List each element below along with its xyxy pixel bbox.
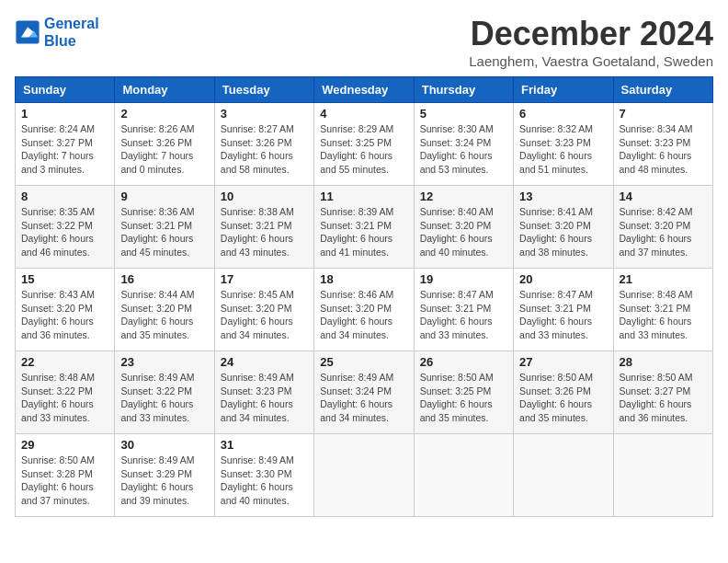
day-detail: Sunrise: 8:49 AMSunset: 3:23 PMDaylight:… <box>221 371 308 425</box>
week-row-4: 22 Sunrise: 8:48 AMSunset: 3:22 PMDaylig… <box>16 351 713 434</box>
day-detail: Sunrise: 8:43 AMSunset: 3:20 PMDaylight:… <box>21 288 108 342</box>
day-detail: Sunrise: 8:48 AMSunset: 3:21 PMDaylight:… <box>620 288 707 342</box>
day-number: 15 <box>21 272 108 286</box>
day-cell: 11 Sunrise: 8:39 AMSunset: 3:21 PMDaylig… <box>314 186 414 269</box>
day-cell: 6 Sunrise: 8:32 AMSunset: 3:23 PMDayligh… <box>514 103 613 186</box>
day-number: 9 <box>120 190 208 203</box>
week-row-3: 15 Sunrise: 8:43 AMSunset: 3:20 PMDaylig… <box>16 269 713 351</box>
logo-text: General Blue <box>44 15 99 50</box>
day-number: 8 <box>21 190 108 203</box>
day-number: 11 <box>320 190 407 203</box>
day-detail: Sunrise: 8:24 AMSunset: 3:27 PMDaylight:… <box>21 122 108 177</box>
day-detail: Sunrise: 8:44 AMSunset: 3:20 PMDaylight:… <box>120 288 208 342</box>
weekday-header-wednesday: Wednesday <box>314 77 414 103</box>
day-cell: 8 Sunrise: 8:35 AMSunset: 3:22 PMDayligh… <box>16 186 115 269</box>
day-cell: 17 Sunrise: 8:45 AMSunset: 3:20 PMDaylig… <box>214 269 313 351</box>
weekday-header-saturday: Saturday <box>613 77 712 103</box>
day-cell: 26 Sunrise: 8:50 AMSunset: 3:25 PMDaylig… <box>414 351 513 434</box>
day-cell: 18 Sunrise: 8:46 AMSunset: 3:20 PMDaylig… <box>314 269 414 351</box>
calendar-table: SundayMondayTuesdayWednesdayThursdayFrid… <box>15 76 713 517</box>
day-number: 1 <box>21 107 108 121</box>
day-cell: 19 Sunrise: 8:47 AMSunset: 3:21 PMDaylig… <box>414 269 513 351</box>
day-detail: Sunrise: 8:49 AMSunset: 3:24 PMDaylight:… <box>320 371 407 425</box>
day-cell <box>314 434 414 517</box>
day-detail: Sunrise: 8:40 AMSunset: 3:20 PMDaylight:… <box>420 205 507 259</box>
day-detail: Sunrise: 8:49 AMSunset: 3:29 PMDaylight:… <box>120 454 208 508</box>
day-number: 27 <box>519 355 607 369</box>
day-cell: 2 Sunrise: 8:26 AMSunset: 3:26 PMDayligh… <box>115 103 214 186</box>
day-detail: Sunrise: 8:38 AMSunset: 3:21 PMDaylight:… <box>221 205 308 259</box>
day-cell: 13 Sunrise: 8:41 AMSunset: 3:20 PMDaylig… <box>514 186 613 269</box>
weekday-header-tuesday: Tuesday <box>214 77 313 103</box>
day-cell: 24 Sunrise: 8:49 AMSunset: 3:23 PMDaylig… <box>214 351 313 434</box>
day-detail: Sunrise: 8:49 AMSunset: 3:30 PMDaylight:… <box>221 454 308 508</box>
day-detail: Sunrise: 8:47 AMSunset: 3:21 PMDaylight:… <box>519 288 607 342</box>
day-number: 23 <box>120 355 208 369</box>
day-number: 24 <box>221 355 308 369</box>
weekday-header-monday: Monday <box>115 77 214 103</box>
location: Laenghem, Vaestra Goetaland, Sweden <box>469 53 713 69</box>
week-row-5: 29 Sunrise: 8:50 AMSunset: 3:28 PMDaylig… <box>16 434 713 517</box>
day-cell: 14 Sunrise: 8:42 AMSunset: 3:20 PMDaylig… <box>613 186 712 269</box>
day-number: 31 <box>221 438 308 452</box>
day-detail: Sunrise: 8:50 AMSunset: 3:28 PMDaylight:… <box>21 454 108 508</box>
day-number: 7 <box>620 107 707 121</box>
title-block: December 2024 Laenghem, Vaestra Goetalan… <box>469 15 713 69</box>
month-title: December 2024 <box>469 15 713 53</box>
day-detail: Sunrise: 8:50 AMSunset: 3:26 PMDaylight:… <box>519 371 607 425</box>
day-detail: Sunrise: 8:39 AMSunset: 3:21 PMDaylight:… <box>320 205 407 259</box>
day-detail: Sunrise: 8:27 AMSunset: 3:26 PMDaylight:… <box>221 122 308 177</box>
day-detail: Sunrise: 8:45 AMSunset: 3:20 PMDaylight:… <box>221 288 308 342</box>
day-detail: Sunrise: 8:32 AMSunset: 3:23 PMDaylight:… <box>519 122 607 177</box>
day-detail: Sunrise: 8:42 AMSunset: 3:20 PMDaylight:… <box>620 205 707 259</box>
logo-icon <box>15 19 40 45</box>
day-number: 17 <box>221 272 308 286</box>
day-cell: 5 Sunrise: 8:30 AMSunset: 3:24 PMDayligh… <box>414 103 513 186</box>
day-cell: 22 Sunrise: 8:48 AMSunset: 3:22 PMDaylig… <box>16 351 115 434</box>
day-cell: 31 Sunrise: 8:49 AMSunset: 3:30 PMDaylig… <box>214 434 313 517</box>
day-detail: Sunrise: 8:35 AMSunset: 3:22 PMDaylight:… <box>21 205 108 259</box>
day-number: 26 <box>420 355 507 369</box>
day-number: 16 <box>120 272 208 286</box>
day-cell: 15 Sunrise: 8:43 AMSunset: 3:20 PMDaylig… <box>16 269 115 351</box>
weekday-header-friday: Friday <box>514 77 613 103</box>
day-detail: Sunrise: 8:30 AMSunset: 3:24 PMDaylight:… <box>420 122 507 177</box>
day-cell: 3 Sunrise: 8:27 AMSunset: 3:26 PMDayligh… <box>214 103 313 186</box>
day-number: 12 <box>420 190 507 203</box>
day-cell: 25 Sunrise: 8:49 AMSunset: 3:24 PMDaylig… <box>314 351 414 434</box>
day-detail: Sunrise: 8:50 AMSunset: 3:25 PMDaylight:… <box>420 371 507 425</box>
day-number: 19 <box>420 272 507 286</box>
day-cell: 7 Sunrise: 8:34 AMSunset: 3:23 PMDayligh… <box>613 103 712 186</box>
day-cell <box>514 434 613 517</box>
day-cell: 28 Sunrise: 8:50 AMSunset: 3:27 PMDaylig… <box>613 351 712 434</box>
day-cell: 21 Sunrise: 8:48 AMSunset: 3:21 PMDaylig… <box>613 269 712 351</box>
day-cell <box>414 434 513 517</box>
day-detail: Sunrise: 8:49 AMSunset: 3:22 PMDaylight:… <box>120 371 208 425</box>
day-cell: 1 Sunrise: 8:24 AMSunset: 3:27 PMDayligh… <box>16 103 115 186</box>
day-number: 6 <box>519 107 607 121</box>
weekday-header-thursday: Thursday <box>414 77 513 103</box>
day-number: 5 <box>420 107 507 121</box>
page-header: General Blue December 2024 Laenghem, Vae… <box>15 15 713 69</box>
day-number: 20 <box>519 272 607 286</box>
day-number: 18 <box>320 272 407 286</box>
day-number: 29 <box>21 438 108 452</box>
day-cell: 10 Sunrise: 8:38 AMSunset: 3:21 PMDaylig… <box>214 186 313 269</box>
day-number: 28 <box>620 355 707 369</box>
day-number: 3 <box>221 107 308 121</box>
day-detail: Sunrise: 8:41 AMSunset: 3:20 PMDaylight:… <box>519 205 607 259</box>
day-number: 10 <box>221 190 308 203</box>
day-cell: 23 Sunrise: 8:49 AMSunset: 3:22 PMDaylig… <box>115 351 214 434</box>
logo: General Blue <box>15 15 99 50</box>
day-cell: 30 Sunrise: 8:49 AMSunset: 3:29 PMDaylig… <box>115 434 214 517</box>
day-number: 13 <box>519 190 607 203</box>
week-row-2: 8 Sunrise: 8:35 AMSunset: 3:22 PMDayligh… <box>16 186 713 269</box>
day-cell: 12 Sunrise: 8:40 AMSunset: 3:20 PMDaylig… <box>414 186 513 269</box>
day-cell: 29 Sunrise: 8:50 AMSunset: 3:28 PMDaylig… <box>16 434 115 517</box>
weekday-header-sunday: Sunday <box>16 77 115 103</box>
day-detail: Sunrise: 8:47 AMSunset: 3:21 PMDaylight:… <box>420 288 507 342</box>
day-detail: Sunrise: 8:26 AMSunset: 3:26 PMDaylight:… <box>120 122 208 177</box>
day-number: 25 <box>320 355 407 369</box>
day-cell: 16 Sunrise: 8:44 AMSunset: 3:20 PMDaylig… <box>115 269 214 351</box>
day-detail: Sunrise: 8:36 AMSunset: 3:21 PMDaylight:… <box>120 205 208 259</box>
